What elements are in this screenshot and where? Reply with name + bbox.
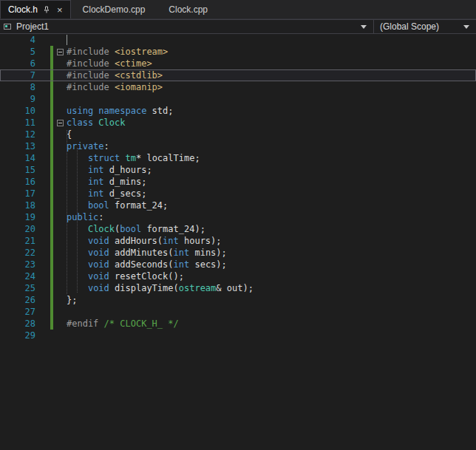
code-line-7[interactable]: 7#include <cstdlib> [0,69,476,81]
project-name: Project1 [16,21,49,32]
code-line-14[interactable]: 14 struct tm* localTime; [0,152,476,164]
fold-margin [53,330,67,341]
code-line-15[interactable]: 15 int d_hours; [0,164,476,176]
code-text: void addMinutes(int mins); [67,247,476,259]
tab-clockdemo-cpp[interactable]: ClockDemo.cpp [71,0,157,18]
code-line-19[interactable]: 19public: [0,211,476,223]
line-number: 16 [0,176,41,188]
code-line-12[interactable]: 12{ [0,129,476,140]
fold-margin [53,223,67,235]
code-text: void addSeconds(int secs); [67,259,476,270]
fold-margin [53,247,67,259]
code-line-17[interactable]: 17 int d_secs; [0,188,476,200]
code-line-11[interactable]: 11class Clock [0,117,476,129]
scope-dropdown[interactable]: (Global Scope) [373,20,476,33]
line-number: 9 [0,93,41,105]
line-number: 13 [0,140,41,152]
fold-margin [53,235,67,247]
code-line-16[interactable]: 16 int d_mins; [0,176,476,188]
line-number: 7 [0,69,41,81]
code-line-13[interactable]: 13private: [0,140,476,152]
close-icon[interactable]: × [55,5,64,15]
code-line-22[interactable]: 22 void addMinutes(int mins); [0,247,476,259]
tab-clock-h[interactable]: Clock.h × [0,0,71,18]
fold-collapse-icon[interactable] [53,46,67,58]
code-line-21[interactable]: 21 void addHours(int hours); [0,235,476,247]
code-text: void displayTime(ostream& out); [67,282,476,294]
fold-margin [53,270,67,282]
code-line-24[interactable]: 24 void resetClock(); [0,270,476,282]
indent-guide [77,148,78,293]
fold-margin [53,282,67,294]
code-text: Clock(bool format_24); [67,223,476,235]
code-text [67,306,476,318]
code-editor[interactable]: 45#include <iostream>6#include <ctime>7#… [0,34,476,449]
tab-label: Clock.cpp [169,4,208,15]
fold-margin [53,294,67,306]
line-number: 23 [0,259,41,270]
code-line-23[interactable]: 23 void addSeconds(int secs); [0,259,476,270]
code-text: void resetClock(); [67,270,476,282]
code-line-18[interactable]: 18 bool format_24; [0,200,476,211]
line-number: 17 [0,188,41,200]
fold-minus-box[interactable] [57,120,64,126]
navigation-bar: Project1 (Global Scope) [0,19,476,34]
tab-clock-cpp[interactable]: Clock.cpp [157,0,220,18]
code-text: #endif /* CLOCK_H_ */ [67,318,476,330]
fold-margin [53,176,67,188]
code-text [67,93,476,105]
fold-margin [53,188,67,200]
code-line-9[interactable]: 9 [0,93,476,105]
code-text: #include <cstdlib> [67,69,476,81]
fold-minus-box[interactable] [57,49,64,55]
line-number: 20 [0,223,41,235]
line-number: 12 [0,129,41,140]
code-line-28[interactable]: 28#endif /* CLOCK_H_ */ [0,318,476,330]
line-number: 8 [0,81,41,93]
code-line-10[interactable]: 10using namespace std; [0,105,476,117]
chevron-down-icon[interactable] [361,25,367,29]
code-text: #include <iomanip> [67,81,476,93]
pin-icon[interactable] [43,6,50,13]
project-icon [3,22,12,31]
tab-label: ClockDemo.cpp [83,4,146,15]
fold-margin [53,164,67,176]
code-line-25[interactable]: 25 void displayTime(ostream& out); [0,282,476,294]
code-text: bool format_24; [67,200,476,211]
line-number: 22 [0,247,41,259]
code-line-27[interactable]: 27 [0,306,476,318]
code-line-6[interactable]: 6#include <ctime> [0,58,476,69]
line-number: 25 [0,282,41,294]
code-line-5[interactable]: 5#include <iostream> [0,46,476,58]
chevron-down-icon[interactable] [463,25,469,29]
code-text: #include <ctime> [67,58,476,69]
code-text: struct tm* localTime; [67,152,476,164]
code-text: using namespace std; [67,105,476,117]
fold-margin [53,81,67,93]
line-number: 15 [0,164,41,176]
line-number: 27 [0,306,41,318]
line-number: 24 [0,270,41,282]
tab-bar: Clock.h × ClockDemo.cpp Clock.cpp [0,0,476,19]
fold-margin [53,140,67,152]
line-number: 21 [0,235,41,247]
code-text [67,34,476,46]
fold-margin [53,93,67,105]
project-dropdown[interactable]: Project1 [0,20,373,33]
line-number: 6 [0,58,41,69]
fold-margin [53,58,67,69]
code-text [67,330,476,341]
code-line-29[interactable]: 29 [0,330,476,341]
line-number: 5 [0,46,41,58]
code-text: }; [67,294,476,306]
line-number: 29 [0,330,41,341]
fold-collapse-icon[interactable] [53,117,67,129]
indent-guide [67,130,67,294]
code-text: #include <iostream> [67,46,476,58]
fold-margin [53,200,67,211]
code-line-20[interactable]: 20 Clock(bool format_24); [0,223,476,235]
code-line-8[interactable]: 8#include <iomanip> [0,81,476,93]
code-line-4[interactable]: 4 [0,34,476,46]
line-number: 28 [0,318,41,330]
code-line-26[interactable]: 26}; [0,294,476,306]
